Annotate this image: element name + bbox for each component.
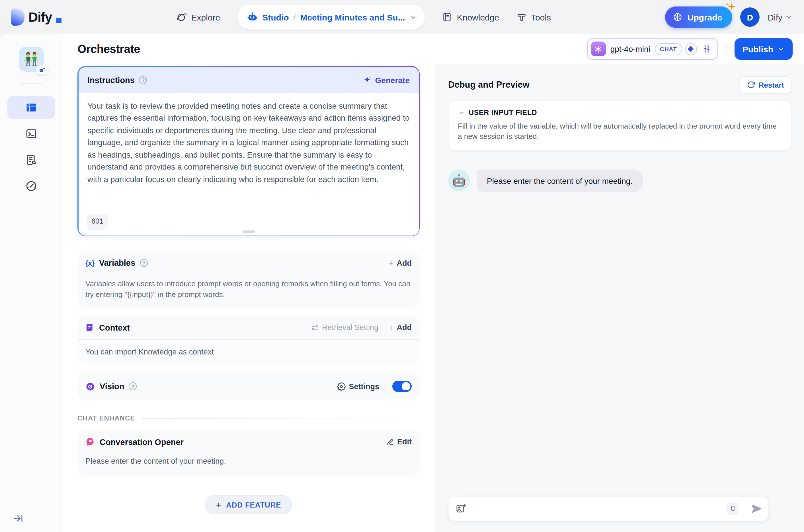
- context-title: Context: [99, 323, 130, 332]
- nav-tools[interactable]: Tools: [516, 12, 551, 22]
- sparkle-icon: [723, 1, 737, 14]
- plus-icon: +: [389, 323, 393, 332]
- app-sidebar: 👬: [0, 34, 62, 532]
- generate-button[interactable]: Generate: [363, 75, 410, 84]
- refresh-icon: [747, 81, 755, 89]
- plus-icon: +: [216, 500, 221, 510]
- debug-title: Debug and Preview: [448, 80, 530, 90]
- breadcrumb-app-name[interactable]: Meeting Minutes and Su...: [300, 12, 405, 22]
- account-menu[interactable]: Dify: [768, 12, 792, 22]
- chevron-down-icon[interactable]: [410, 13, 417, 21]
- retrieval-setting-button[interactable]: Retrieval Setting: [311, 323, 378, 332]
- input-divider: [745, 504, 745, 514]
- user-avatar[interactable]: D: [740, 7, 760, 27]
- nav-knowledge[interactable]: Knowledge: [442, 12, 499, 22]
- header-nav: Explore Studio / Meeting Minutes and Su.…: [61, 4, 665, 30]
- instructions-title: Instructions: [87, 75, 135, 84]
- openai-logo-icon: [591, 41, 606, 56]
- sidebar-item-monitoring[interactable]: [7, 175, 55, 197]
- variables-header: {x} Variables ? + Add: [77, 251, 420, 274]
- sidebar-item-orchestrate[interactable]: [7, 96, 55, 119]
- opener-edit-label: Edit: [397, 438, 412, 446]
- sidebar-item-prompt-log[interactable]: [7, 122, 55, 145]
- app-header: Dify Explore: [0, 0, 804, 34]
- vision-settings-label: Settings: [349, 382, 379, 391]
- config-panel: Instructions ? Generate: [62, 64, 435, 532]
- eye-icon: [86, 381, 95, 391]
- help-icon[interactable]: ?: [139, 76, 147, 84]
- variables-icon: {x}: [86, 259, 94, 267]
- chat-input-bar[interactable]: 0: [448, 496, 769, 521]
- header-right: Upgrade D Dify: [665, 6, 792, 28]
- log-document-icon: [25, 154, 38, 166]
- bot-message-bubble: Please enter the content of your meeting…: [477, 170, 643, 192]
- orchestrate-topbar: Orchestrate gpt-4o-mini CHAT: [62, 34, 804, 64]
- breadcrumb-studio[interactable]: Studio: [262, 12, 289, 22]
- image-add-icon[interactable]: [456, 503, 467, 514]
- opener-title: Conversation Opener: [99, 437, 184, 446]
- variables-add-label: Add: [397, 259, 412, 267]
- divider-line: [142, 418, 420, 418]
- book-icon: [442, 12, 452, 22]
- help-icon[interactable]: ?: [140, 259, 148, 267]
- sidebar-item-logs[interactable]: [7, 149, 55, 171]
- generate-label: Generate: [375, 75, 410, 84]
- variables-title: Variables: [99, 258, 135, 267]
- dify-logo[interactable]: Dify: [12, 8, 61, 25]
- model-name: gpt-4o-mini: [610, 44, 650, 54]
- context-section: Context Retrieval Settin: [77, 316, 420, 365]
- user-input-field-header[interactable]: USER INPUT FIELD: [458, 109, 782, 117]
- variables-description: Variables allow users to introduce promp…: [77, 274, 420, 300]
- publish-button[interactable]: Publish: [734, 38, 792, 60]
- app-shell: 👬: [0, 34, 804, 532]
- context-description: You can import Knowledge as context: [77, 340, 420, 365]
- resize-handle[interactable]: [242, 230, 255, 232]
- hammer-icon: [516, 12, 526, 22]
- dify-logo-icon: [12, 8, 24, 25]
- model-mode-badge: CHAT: [655, 43, 682, 55]
- user-input-field-description: Fill in the value of the variable, which…: [458, 121, 782, 142]
- instructions-text[interactable]: Your task is to review the provided meet…: [87, 100, 410, 186]
- app-icon[interactable]: 👬: [19, 47, 44, 72]
- vision-toggle[interactable]: [392, 381, 412, 392]
- add-feature-button[interactable]: + ADD FEATURE: [205, 495, 292, 514]
- opener-edit-button[interactable]: Edit: [386, 438, 412, 446]
- instructions-editor[interactable]: Your task is to review the provided meet…: [78, 93, 419, 235]
- gear-icon: [337, 382, 345, 391]
- robot-icon: [246, 12, 258, 23]
- nav-explore[interactable]: Explore: [176, 12, 220, 22]
- restart-button[interactable]: Restart: [739, 76, 791, 93]
- bot-avatar: 🤖: [448, 170, 470, 191]
- debug-spacer: [448, 192, 791, 496]
- document-icon: [86, 323, 94, 332]
- pen-icon: [386, 438, 394, 445]
- upgrade-button[interactable]: Upgrade: [665, 6, 733, 28]
- retrieval-setting-label: Retrieval Setting: [322, 323, 378, 332]
- content-row: Instructions ? Generate: [62, 64, 804, 532]
- chat-enhance-label: CHAT ENHANCE: [77, 414, 135, 422]
- chatbot-badge-icon: [36, 65, 48, 75]
- chevron-down-icon: [786, 14, 792, 20]
- help-icon[interactable]: ?: [129, 382, 137, 390]
- dify-logo-underscore: [56, 18, 61, 23]
- restart-label: Restart: [759, 80, 784, 89]
- sparkle-icon: [363, 76, 372, 84]
- terminal-icon: [25, 128, 38, 140]
- vision-settings-button[interactable]: Settings: [337, 382, 379, 391]
- instructions-header: Instructions ? Generate: [78, 67, 419, 93]
- app-emoji: 👬: [24, 52, 39, 66]
- studio-breadcrumb-pill[interactable]: Studio / Meeting Minutes and Su...: [237, 4, 425, 30]
- nav-tools-label: Tools: [531, 12, 551, 22]
- vision-divider: [385, 382, 386, 391]
- add-feature-label: ADD FEATURE: [226, 500, 281, 509]
- main-area: Orchestrate gpt-4o-mini CHAT: [62, 34, 804, 532]
- context-add-button[interactable]: + Add: [389, 323, 412, 332]
- model-params-icon[interactable]: [701, 44, 712, 54]
- model-selector[interactable]: gpt-4o-mini CHAT: [587, 38, 718, 60]
- chat-message-input[interactable]: [479, 504, 721, 513]
- upgrade-label: Upgrade: [688, 12, 722, 22]
- variables-add-button[interactable]: + Add: [389, 258, 412, 267]
- send-icon[interactable]: [751, 503, 763, 514]
- vision-section: Vision ? Settings: [77, 373, 420, 399]
- sidebar-expand-toggle[interactable]: [13, 513, 24, 524]
